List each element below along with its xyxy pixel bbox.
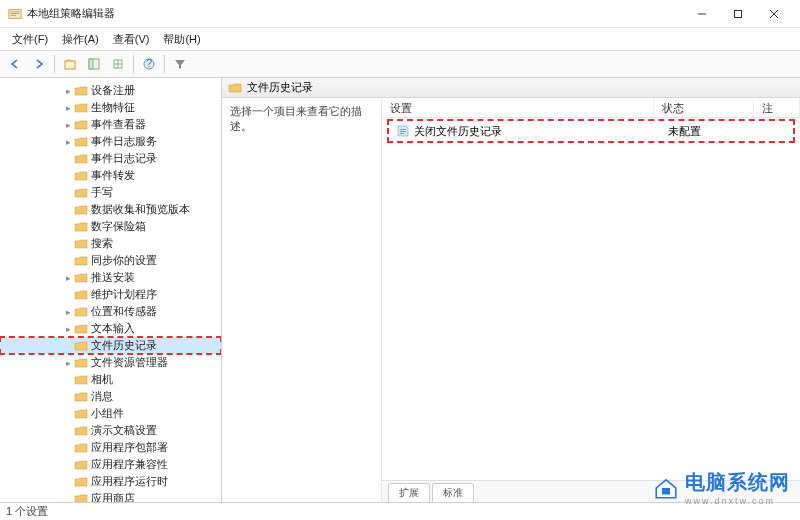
help-button[interactable]: ?: [138, 53, 160, 75]
folder-icon: [74, 425, 88, 437]
maximize-button[interactable]: [720, 0, 756, 28]
description-hint: 选择一个项目来查看它的描述。: [230, 104, 373, 134]
tree-item[interactable]: ▸推送安装: [0, 269, 221, 286]
show-hide-button[interactable]: [83, 53, 105, 75]
tree-item[interactable]: 数据收集和预览版本: [0, 201, 221, 218]
tree-item[interactable]: ▸文本输入: [0, 320, 221, 337]
tree-item[interactable]: ▸设备注册: [0, 82, 221, 99]
tree-item[interactable]: 维护计划程序: [0, 286, 221, 303]
window-title: 本地组策略编辑器: [27, 6, 684, 21]
separator: [164, 55, 165, 73]
tree-item-label: 数据收集和预览版本: [91, 202, 190, 217]
folder-icon: [74, 153, 88, 165]
expand-icon[interactable]: ▸: [62, 120, 74, 130]
menu-file[interactable]: 文件(F): [6, 30, 54, 49]
expand-icon[interactable]: ▸: [62, 358, 74, 368]
tree-item[interactable]: ▸生物特征: [0, 99, 221, 116]
setting-row[interactable]: 关闭文件历史记录 未配置: [388, 120, 794, 142]
setting-name: 关闭文件历史记录: [414, 124, 502, 139]
separator: [54, 55, 55, 73]
up-button[interactable]: [59, 53, 81, 75]
tree-item[interactable]: 应用程序包部署: [0, 439, 221, 456]
tree-item[interactable]: 小组件: [0, 405, 221, 422]
tree-item[interactable]: 事件转发: [0, 167, 221, 184]
tree-item-label: 消息: [91, 389, 113, 404]
expand-icon[interactable]: ▸: [62, 137, 74, 147]
tree-item-label: 应用程序兼容性: [91, 457, 168, 472]
folder-icon: [74, 476, 88, 488]
expand-icon[interactable]: ▸: [62, 103, 74, 113]
tree-item-label: 位置和传感器: [91, 304, 157, 319]
column-headers: 设置 状态 注: [382, 98, 800, 118]
tree-item[interactable]: 事件日志记录: [0, 150, 221, 167]
forward-button[interactable]: [28, 53, 50, 75]
tree-item-label: 文本输入: [91, 321, 135, 336]
folder-icon: [74, 187, 88, 199]
col-comment[interactable]: 注: [754, 98, 800, 117]
folder-icon: [74, 493, 88, 503]
folder-icon: [74, 408, 88, 420]
tree-item[interactable]: 数字保险箱: [0, 218, 221, 235]
folder-icon: [74, 289, 88, 301]
tree-item[interactable]: 演示文稿设置: [0, 422, 221, 439]
content-area: ▸设备注册▸生物特征▸事件查看器▸事件日志服务事件日志记录事件转发手写数据收集和…: [0, 78, 800, 502]
policy-icon: [396, 124, 410, 138]
expand-icon[interactable]: ▸: [62, 324, 74, 334]
svg-rect-8: [65, 61, 75, 69]
tree-item-label: 手写: [91, 185, 113, 200]
col-setting[interactable]: 设置: [382, 98, 654, 117]
details-pane: 文件历史记录 选择一个项目来查看它的描述。 设置 状态 注 关闭文件历史记录: [222, 78, 800, 502]
tree-item[interactable]: 应用程序兼容性: [0, 456, 221, 473]
svg-rect-14: [400, 129, 406, 130]
folder-icon: [74, 238, 88, 250]
folder-icon: [74, 272, 88, 284]
folder-icon: [74, 136, 88, 148]
tree-item[interactable]: 相机: [0, 371, 221, 388]
tree-item[interactable]: 同步你的设置: [0, 252, 221, 269]
tree-item[interactable]: 应用商店: [0, 490, 221, 502]
filter-button[interactable]: [169, 53, 191, 75]
app-icon: [8, 7, 22, 21]
details-title: 文件历史记录: [247, 80, 313, 95]
svg-rect-1: [11, 11, 20, 12]
window-buttons: [684, 0, 792, 28]
folder-icon: [74, 204, 88, 216]
expand-icon[interactable]: ▸: [62, 273, 74, 283]
tree-item-label: 应用程序运行时: [91, 474, 168, 489]
folder-icon: [74, 102, 88, 114]
menu-help[interactable]: 帮助(H): [157, 30, 206, 49]
statusbar: 1 个设置: [0, 502, 800, 520]
tab-extended[interactable]: 扩展: [388, 483, 430, 502]
tab-standard[interactable]: 标准: [432, 483, 474, 502]
folder-icon: [74, 221, 88, 233]
tree-item[interactable]: 手写: [0, 184, 221, 201]
status-text: 1 个设置: [6, 504, 48, 519]
expand-icon[interactable]: ▸: [62, 86, 74, 96]
minimize-button[interactable]: [684, 0, 720, 28]
tree-item[interactable]: ▸事件查看器: [0, 116, 221, 133]
expand-icon[interactable]: ▸: [62, 307, 74, 317]
menu-action[interactable]: 操作(A): [56, 30, 105, 49]
tree-item[interactable]: 应用程序运行时: [0, 473, 221, 490]
tree-pane[interactable]: ▸设备注册▸生物特征▸事件查看器▸事件日志服务事件日志记录事件转发手写数据收集和…: [0, 78, 222, 502]
tree-item[interactable]: 消息: [0, 388, 221, 405]
tree-item[interactable]: ▸位置和传感器: [0, 303, 221, 320]
svg-rect-2: [11, 13, 20, 14]
svg-text:?: ?: [146, 57, 152, 69]
folder-icon: [74, 255, 88, 267]
tree-item-label: 演示文稿设置: [91, 423, 157, 438]
tree-item[interactable]: ▸事件日志服务: [0, 133, 221, 150]
tree-item-label: 设备注册: [91, 83, 135, 98]
menu-view[interactable]: 查看(V): [107, 30, 156, 49]
tree-item[interactable]: 文件历史记录: [0, 337, 221, 354]
back-button[interactable]: [4, 53, 26, 75]
svg-rect-15: [400, 131, 406, 132]
col-state[interactable]: 状态: [654, 98, 754, 117]
tree-item[interactable]: ▸文件资源管理器: [0, 354, 221, 371]
tree-item[interactable]: 搜索: [0, 235, 221, 252]
tree-item-label: 文件历史记录: [91, 338, 157, 353]
close-button[interactable]: [756, 0, 792, 28]
export-button[interactable]: [107, 53, 129, 75]
folder-icon: [74, 85, 88, 97]
separator: [133, 55, 134, 73]
